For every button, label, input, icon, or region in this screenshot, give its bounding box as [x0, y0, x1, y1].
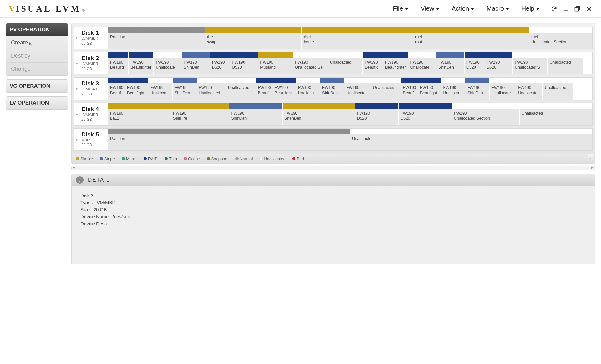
partition[interactable]: FW190 Unallocated Section	[452, 103, 520, 125]
partition[interactable]: FW190 Mustang	[258, 52, 293, 74]
partition[interactable]: rhel root	[413, 27, 529, 49]
partition[interactable]: FW190 Unalloca	[296, 78, 320, 99]
partition[interactable]: FW190 Unallocate	[344, 78, 371, 99]
grip-icon[interactable]: ▸	[74, 78, 80, 99]
disk-row[interactable]: ▸Disk 3LVM/GPT20 GBFW190 BeaufiFW190 Bea…	[74, 77, 593, 100]
partition-color-bar	[125, 78, 148, 83]
detail-line: Size : 20 GB	[80, 206, 586, 213]
partition[interactable]: Partition	[108, 27, 205, 49]
sidebar-group-vg[interactable]: VG OPERATION	[6, 79, 68, 93]
partition-label: Unalloacted	[371, 83, 401, 99]
partition[interactable]: rhel Unallocated Section	[529, 27, 592, 49]
sidebar-item-change[interactable]: Change	[6, 62, 68, 75]
partition[interactable]: FW190 Unallocated S	[513, 52, 547, 74]
partition[interactable]: FW190 ShinDen	[182, 52, 210, 74]
partition[interactable]: FW190 ShinDen	[229, 103, 282, 125]
partition[interactable]: FW190 Beaufight	[418, 78, 441, 99]
close-icon[interactable]	[586, 6, 592, 12]
partition-color-bar	[401, 78, 418, 83]
partition[interactable]: FW190 Unallocated	[197, 78, 226, 99]
partition-label: FW190 ShinDen	[182, 58, 210, 74]
partition[interactable]: Partition	[108, 129, 350, 150]
partition[interactable]: FW190 Unalloca	[148, 78, 172, 99]
chevron-down-icon	[506, 8, 509, 10]
partition[interactable]: rhel home	[302, 27, 413, 49]
chevron-down-icon	[471, 8, 474, 10]
partition[interactable]: FW190 ShinDen	[173, 78, 197, 99]
partition[interactable]: FW190 Beaufight	[273, 78, 296, 99]
partition-label: FW190 Unallocated Section	[452, 109, 519, 125]
partition-color-bar	[516, 78, 542, 83]
grip-icon[interactable]: ▸	[74, 27, 80, 49]
partition[interactable]: FW190 ShinDen	[436, 52, 465, 74]
disk-sub: LVM/MBR20 GB	[81, 62, 106, 71]
menu-macro[interactable]: Macro	[486, 5, 509, 12]
partition-label: rhel swap	[205, 33, 301, 49]
partition[interactable]: FW190 Unallocate	[154, 52, 182, 74]
partition[interactable]: FW190 D520	[355, 103, 398, 125]
legend-collapse-icon[interactable]: «	[588, 154, 593, 163]
partition[interactable]: FW190 D520	[399, 103, 452, 125]
partition[interactable]: Unalloacted	[548, 52, 583, 74]
grip-icon[interactable]: ▸	[74, 52, 80, 74]
partition[interactable]: FW190 SpitFire	[171, 103, 229, 125]
partition[interactable]: FW190 Beaufig	[108, 52, 129, 74]
partition[interactable]: FW190 D520	[485, 52, 513, 74]
maximize-icon[interactable]	[574, 6, 580, 12]
partition[interactable]: Unalloacted	[226, 78, 256, 99]
refresh-icon[interactable]	[551, 6, 557, 12]
partition[interactable]: Unalloacted	[543, 78, 573, 99]
partition[interactable]: FW190 D520	[465, 52, 485, 74]
dot-bad-icon	[292, 157, 295, 160]
partition[interactable]: Unalloacted	[520, 103, 592, 125]
partition[interactable]: FW190 Beaufi	[108, 78, 125, 99]
menu-file[interactable]: File	[393, 5, 408, 12]
partition-color-bar	[171, 103, 229, 109]
disk-row[interactable]: ▸Disk 5MBR20 GBPartitionUnalloacted	[74, 128, 593, 151]
grip-icon[interactable]: ▸	[74, 103, 80, 125]
partition[interactable]: Unalloacted	[350, 129, 592, 150]
sidebar-group-lv[interactable]: LV OPERATION	[6, 96, 68, 110]
partition[interactable]: rhel swap	[205, 27, 302, 49]
partition[interactable]: Unalloacted	[328, 52, 363, 74]
partition[interactable]: FW190 ShinDen	[320, 78, 344, 99]
partition[interactable]: FW190 Beaufi	[256, 78, 273, 99]
disk-row[interactable]: ▸Disk 4LVM/MBR20 GBFW190 La11FW190 SpitF…	[74, 103, 593, 125]
disk-row[interactable]: ▸Disk 2LVM/MBR20 GBFW190 BeaufigFW190 Be…	[74, 52, 593, 74]
partition-color-bar	[529, 27, 592, 33]
partition[interactable]: FW190 Beaufighter	[129, 52, 154, 74]
partition[interactable]: FW190 D520	[230, 52, 259, 74]
partition-color-bar	[197, 78, 226, 83]
grip-icon[interactable]: ▸	[74, 129, 80, 150]
partition-color-bar	[399, 103, 452, 109]
partition[interactable]: FW190 ShinDen	[465, 78, 490, 99]
partition[interactable]: FW190 Unallocate	[408, 52, 436, 74]
partition-color-bar	[229, 103, 282, 109]
partition[interactable]: FW190 Beaufighter	[383, 52, 408, 74]
partition[interactable]: FW190 Unallocated Se	[293, 52, 328, 74]
partition[interactable]: FW190 Beaufig	[363, 52, 383, 74]
body: PV OPERATION Create Destroy Change VG OP…	[0, 18, 601, 264]
partition[interactable]: FW190 Unallocate	[490, 78, 516, 99]
partition[interactable]: FW190 Beaufight	[125, 78, 148, 99]
disk-label: Disk 2LVM/MBR20 GB	[80, 52, 108, 74]
menu-action[interactable]: Action	[452, 5, 474, 12]
horizontal-scrollbar[interactable]	[71, 166, 595, 170]
partition[interactable]: FW190 La11	[108, 103, 171, 125]
menu-help[interactable]: Help	[521, 5, 539, 12]
menu-view[interactable]: View	[421, 5, 439, 12]
minimize-icon[interactable]	[563, 6, 568, 12]
sidebar-header-pv[interactable]: PV OPERATION	[6, 23, 68, 36]
partition-color-bar	[302, 27, 413, 33]
partition[interactable]: FW190 Unallocate	[516, 78, 543, 99]
partition[interactable]: FW190 D520	[210, 52, 230, 74]
partition[interactable]: Unalloacted	[371, 78, 401, 99]
dot-normal-icon	[235, 157, 239, 160]
partition-color-bar	[485, 52, 513, 58]
sidebar-item-create[interactable]: Create	[6, 36, 68, 49]
partition[interactable]: FW190 Beaufi	[401, 78, 418, 99]
sidebar-item-destroy[interactable]: Destroy	[6, 49, 68, 62]
disk-row[interactable]: ▸Disk 1LVM/MBR60 GBPartitionrhel swaprhe…	[74, 27, 593, 49]
partition[interactable]: FW190 Unalloca	[441, 78, 465, 99]
partition[interactable]: FW190 ShenDen	[283, 103, 355, 125]
